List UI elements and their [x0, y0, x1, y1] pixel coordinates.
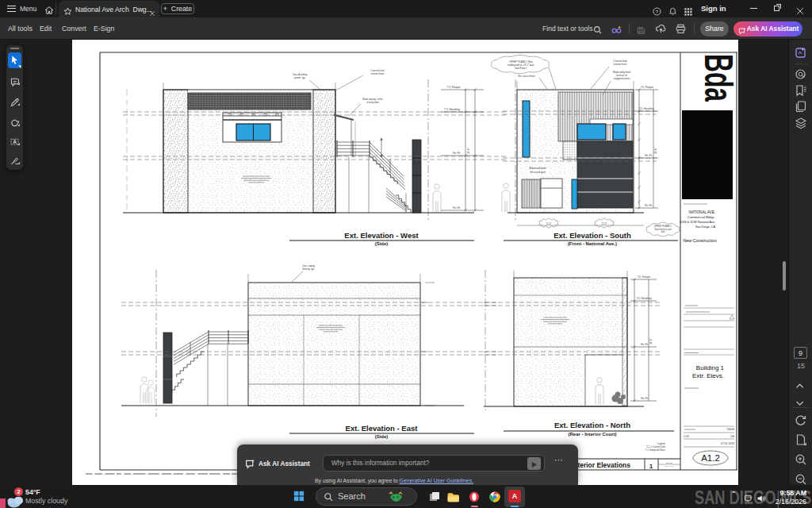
- svg-text:flashing, typ.: flashing, typ.: [302, 267, 315, 271]
- svg-text:(Side): (Side): [375, 434, 389, 439]
- svg-text:Ext. Elevation - East: Ext. Elevation - East: [346, 424, 419, 433]
- svg-text:wall: wall: [661, 230, 665, 233]
- svg-text:system, typ.: system, typ.: [294, 76, 306, 79]
- svg-text:OFFSET PLANE 2: Main: OFFSET PLANE 2: Main: [509, 60, 533, 64]
- svg-text:Fin. Flr.: Fin. Flr.: [641, 397, 649, 400]
- svg-text:Extr. Elevs.: Extr. Elevs.: [692, 372, 724, 379]
- svg-text:from Plane 1: from Plane 1: [515, 67, 527, 70]
- svg-text:1/4"=1'-0": 1/4"=1'-0": [665, 465, 673, 468]
- svg-text:?: ?: [656, 9, 659, 14]
- svg-text:36'-0": 36'-0": [467, 148, 470, 154]
- svg-text:Fin. Flr.: Fin. Flr.: [645, 154, 653, 157]
- svg-text:Fin. Flr.: Fin. Flr.: [453, 206, 461, 210]
- svg-text:36'-0": 36'-0": [654, 148, 657, 154]
- svg-text:T = Tempered Glass: T = Tempered Glass: [645, 448, 666, 452]
- svg-text:Ext. Elevation - North: Ext. Elevation - North: [554, 421, 630, 429]
- svg-text:T.O. Sheathing: T.O. Sheathing: [444, 108, 460, 111]
- svg-text:1: 1: [649, 463, 653, 470]
- svg-text:T.O. Parapet: T.O. Parapet: [638, 275, 650, 279]
- svg-text:Exterior Elevations: Exterior Elevations: [569, 461, 630, 469]
- svg-text:LOD: LOD: [684, 435, 690, 438]
- svg-text:DB: DB: [730, 435, 734, 438]
- svg-text:Steel mesh accent: Steel mesh accent: [654, 228, 672, 231]
- svg-text:12'-0": 12'-0": [546, 222, 552, 225]
- svg-text:Wood and metal: Wood and metal: [530, 167, 546, 170]
- svg-text:exterior finish: exterior finish: [371, 72, 385, 75]
- svg-text:Bda: Bda: [696, 54, 738, 102]
- svg-text:(Rear - Interior Court): (Rear - Interior Court): [568, 432, 616, 437]
- svg-text:New Construction: New Construction: [683, 238, 717, 243]
- svg-text:Fin. Flr.: Fin. Flr.: [645, 204, 653, 207]
- svg-text:NATIONAL AVE.: NATIONAL AVE.: [688, 210, 715, 214]
- svg-text:at entry door: at entry door: [366, 101, 379, 104]
- svg-text:San Diego, CA: San Diego, CA: [695, 225, 716, 229]
- svg-text:(Side): (Side): [375, 241, 389, 246]
- svg-text:T.O. Sheathing: T.O. Sheathing: [638, 107, 654, 110]
- svg-text:Ext. Elevation - South: Ext. Elevation - South: [553, 231, 631, 240]
- svg-text:building wall at +19'-2" back: building wall at +19'-2" back: [508, 64, 534, 67]
- svg-text:16006: 16006: [727, 428, 735, 431]
- svg-text:T.O. Parapet: T.O. Parapet: [447, 86, 461, 89]
- svg-text:12'-0": 12'-0": [602, 222, 607, 225]
- svg-text:A: A: [13, 139, 17, 144]
- svg-text:exterior finish: exterior finish: [614, 63, 627, 66]
- svg-text:3236 & 3238 National Ave.: 3236 & 3238 National Ave.: [680, 221, 715, 224]
- svg-text:SCALE: SCALE: [666, 462, 672, 464]
- svg-text:A1.2: A1.2: [701, 453, 720, 463]
- svg-text:T.O. Parapet: T.O. Parapet: [641, 86, 653, 89]
- svg-text:(Front - National Ave.): (Front - National Ave.): [568, 241, 617, 246]
- svg-text:T.O. Sheathing: T.O. Sheathing: [636, 297, 652, 300]
- svg-text:Building 1: Building 1: [696, 364, 725, 371]
- svg-text:36'-0": 36'-0": [649, 338, 653, 344]
- svg-text:Commercial Bldgs.: Commercial Bldgs.: [688, 215, 715, 219]
- svg-text:Ext. Elevation - West: Ext. Elevation - West: [344, 231, 419, 240]
- svg-text:staggered joints): staggered joints): [614, 77, 630, 80]
- svg-text:OFFSET PLANE 1:: OFFSET PLANE 1:: [654, 225, 672, 228]
- svg-text:Fin. Flr.: Fin. Flr.: [453, 152, 461, 155]
- svg-text:07.01.2019: 07.01.2019: [721, 442, 734, 445]
- svg-text:fence and gate: fence and gate: [530, 171, 546, 174]
- svg-text:Fin. Flr.: Fin. Flr.: [641, 343, 649, 346]
- svg-text:Ext. stucco finish: Ext. stucco finish: [519, 75, 535, 78]
